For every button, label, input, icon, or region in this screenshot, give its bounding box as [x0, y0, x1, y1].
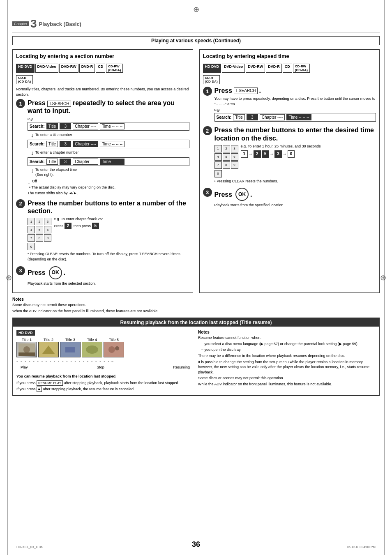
- num-btn-r1[interactable]: 1: [214, 145, 222, 152]
- left-step3-title: Press OK .: [28, 266, 189, 279]
- tsearch-btn-right: T.SEARCH: [234, 88, 257, 94]
- right-step1-content: Press T.SEARCH . You may have to press r…: [214, 87, 376, 123]
- left-step3: 3 Press OK . Playback starts from the se…: [16, 266, 189, 286]
- ok-button-right[interactable]: OK: [235, 188, 249, 201]
- num-btn7[interactable]: 7: [28, 234, 35, 242]
- title1-col: Title 1: [16, 338, 37, 357]
- step2-circle-right: 2: [203, 126, 212, 135]
- badge-hddvd-left: HD DVD: [16, 64, 35, 73]
- left-step1: 1 Press T.SEARCH repeatedly to select th…: [16, 99, 189, 196]
- num-btn0[interactable]: 0: [28, 243, 35, 250]
- right-step2-eg: e.g. To enter 1 hour, 25 minutes, and 30…: [241, 144, 321, 159]
- title5-label: Title 5: [109, 338, 119, 342]
- num-btn8[interactable]: 8: [36, 234, 43, 242]
- num-btn-r9[interactable]: 9: [231, 161, 238, 169]
- right-step3-content: Press OK . Playback starts from the spec…: [214, 188, 376, 208]
- search-bar1-wrap: Search: Title 3 Chapter ---- Time -- -- …: [28, 122, 189, 138]
- search-bar3-note: ↓ To enter the elapsed time(See right).: [31, 167, 189, 177]
- title-row: Title 1 Title 2 Title 3: [16, 338, 194, 357]
- chapter-title: Playback (Basic): [39, 21, 81, 27]
- play-stop-resuming-labels: Play Stop Resuming: [16, 365, 194, 369]
- press-seq: Press 2, then press 5: [54, 223, 103, 229]
- title1-label: Title 1: [22, 338, 32, 342]
- badge-dvdrw-right: DVD-RW: [246, 64, 265, 73]
- chapter-number: 3: [30, 17, 37, 30]
- stop-label: Stop: [97, 365, 104, 369]
- left-eg-label: e.g.: [28, 117, 189, 121]
- num-btn-r5[interactable]: 5: [223, 153, 230, 161]
- notes-section: Notes Some discs may not permit these op…: [12, 297, 380, 313]
- title5-col: Title 5: [104, 338, 124, 357]
- you-can-text: You can resume playback from the locatio…: [16, 374, 194, 379]
- resume-divider: [16, 372, 194, 372]
- left-step2-title: Press the number buttons to enter a numb…: [28, 199, 189, 215]
- badge-cdrcda-left: CD-R(CD-DA): [16, 75, 33, 84]
- title3-thumb: [60, 342, 81, 357]
- num-btn-r8[interactable]: 8: [223, 161, 230, 169]
- badge-dvdvideo-right: DVD-Video: [222, 64, 245, 73]
- num-btn-r6[interactable]: 6: [231, 153, 238, 161]
- right-section: Locating by entering elapsed time HD DVD…: [199, 49, 380, 293]
- svg-point-1: [23, 346, 30, 353]
- page-number: 36: [192, 540, 200, 549]
- left-step3-content: Press OK . Playback starts from the sele…: [28, 266, 189, 286]
- right-search-bar: Search: Title 3 Chapter ---- Time -- -- …: [214, 113, 376, 122]
- left-crosshair: ⊕: [6, 273, 12, 282]
- left-disc-badges2: CD-R(CD-DA): [16, 75, 189, 84]
- num-btn-r0[interactable]: 0: [214, 170, 222, 177]
- off-label: Off: [32, 179, 37, 184]
- resume-inner: HD DVD Title 1 Title 2: [16, 330, 376, 392]
- ok-button-left[interactable]: OK: [49, 266, 62, 279]
- search-bar3: Search: Title 3 Chapter ---- Time -- -- …: [28, 157, 189, 166]
- badge-cdrwcda-left: CD-RW(CD-DA): [106, 64, 123, 73]
- title5-thumb: [104, 342, 124, 357]
- off-note-row: ↓ Off: [28, 178, 189, 185]
- title4-col: Title 4: [82, 338, 102, 357]
- resume-note1: – you select a disc menu language (▶ pag…: [201, 341, 376, 347]
- note1: Some discs may not permit these operatio…: [12, 302, 380, 308]
- badge-dvdvideo-left: DVD-Video: [35, 64, 58, 73]
- search-bar1: Search: Title 3 Chapter ---- Time -- -- …: [28, 122, 189, 131]
- play-label: Play: [21, 365, 28, 369]
- svg-rect-6: [65, 347, 75, 352]
- num-buttons-left: 1 2 3 4 5 6 7 8 9 0: [28, 216, 51, 250]
- num-btn2[interactable]: 2: [36, 218, 43, 225]
- num-btn-r7[interactable]: 7: [214, 161, 222, 169]
- playing-speeds-bar: Playing at various speeds (Continued): [12, 36, 380, 45]
- search-bar1-note: ↓ To enter a title number: [31, 132, 189, 138]
- badge-cdrwcda-right: CD-RW(CD-DA): [293, 64, 310, 73]
- footer-right: 06.12.6 3:04:00 PM: [347, 545, 376, 549]
- left-step2-eg: e.g. To enter chapter/track 25: Press 2,…: [54, 216, 103, 229]
- resume-note-header: Resume feature cannot function when:: [198, 335, 376, 341]
- resume-if2: If you press ■ after stopping playback, …: [16, 387, 194, 392]
- svg-rect-2: [18, 352, 35, 356]
- num-btn3[interactable]: 3: [44, 218, 51, 225]
- resume-left: HD DVD Title 1 Title 2: [16, 330, 194, 392]
- right-step3-title: Press OK .: [214, 188, 376, 201]
- badge-dvdr-right: DVD-R: [266, 64, 282, 73]
- right-step2-title: Press the number buttons to enter the de…: [214, 126, 376, 142]
- left-step2-clear: • Pressing CLEAR resets the numbers. To …: [28, 251, 189, 262]
- left-step2-body: 1 2 3 4 5 6 7 8 9 0: [28, 216, 189, 250]
- right-step2-clear: • Pressing CLEAR resets the numbers.: [214, 179, 376, 184]
- actual-display-note: • The actual display may vary depending …: [29, 185, 189, 190]
- badge-dvdr-left: DVD-R: [79, 64, 95, 73]
- num-btn6[interactable]: 6: [44, 226, 51, 233]
- num-btn9[interactable]: 9: [44, 234, 51, 242]
- num-btn-r2[interactable]: 2: [223, 145, 230, 152]
- stop-badge: ■: [37, 387, 42, 392]
- num-btn-r4[interactable]: 4: [214, 153, 222, 161]
- num-btn4[interactable]: 4: [28, 226, 35, 233]
- right-step1-title: Press T.SEARCH .: [214, 87, 376, 94]
- resume-note5: Some discs or scenes may not permit this…: [198, 375, 376, 381]
- arrow-row: - - - - - - - - - - - - - - - - - - - - …: [16, 359, 194, 364]
- right-step3: 3 Press OK . Playback starts from the sp…: [203, 188, 376, 208]
- right-disc-badges2: CD-R(CD-DA): [203, 75, 376, 84]
- tsearch-btn-left1: T.SEARCH: [47, 101, 71, 107]
- num-btn1[interactable]: 1: [28, 218, 35, 225]
- num-btn5[interactable]: 5: [36, 226, 43, 233]
- note2: When the ADV indicator on the front pane…: [12, 309, 380, 314]
- resume-notes-title: Notes: [198, 330, 376, 334]
- num-btn-r3[interactable]: 3: [231, 145, 238, 152]
- right-step3-sub: Playback starts from the specified locat…: [214, 203, 376, 208]
